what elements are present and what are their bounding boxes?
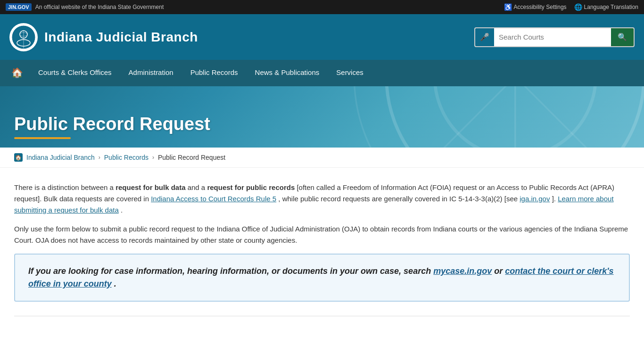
info-box-text: If you are looking for case information,…: [28, 265, 616, 290]
top-bar-right: ♿ Accessibility Settings 🌐 Language Tran…: [504, 3, 638, 11]
mic-icon: 🎤: [480, 33, 489, 41]
p1-text4: , while public record requests are gener…: [278, 195, 520, 203]
hero-banner: Public Record Request: [0, 86, 644, 148]
logo-svg: [11, 25, 36, 49]
iga-link[interactable]: iga.in.gov: [520, 195, 550, 203]
accessibility-label: Accessibility Settings: [514, 4, 567, 10]
accessibility-link[interactable]: ♿ Accessibility Settings: [504, 3, 567, 11]
p1-bold2: request for public records: [207, 183, 295, 191]
info-text2: or: [494, 266, 505, 276]
paragraph-1: There is a distinction between a request…: [14, 182, 630, 216]
nav-home[interactable]: 🏠: [5, 60, 30, 86]
p1-text2: and a: [188, 183, 207, 191]
breadcrumb-public-records-link[interactable]: Public Records: [104, 154, 149, 161]
search-icon: 🔍: [618, 33, 627, 41]
breadcrumb-sep-1: ›: [99, 154, 100, 161]
search-mic-button[interactable]: 🎤: [475, 28, 494, 46]
site-title: Indiana Judicial Branch: [44, 30, 198, 45]
breadcrumb-home-link[interactable]: Indiana Judicial Branch: [26, 154, 95, 161]
mycase-link[interactable]: mycase.in.gov: [433, 266, 492, 276]
top-bar-left: JIN.GOV An official website of the India…: [6, 3, 164, 11]
header: Indiana Judicial Branch 🎤 🔍: [0, 14, 644, 60]
search-input[interactable]: [494, 33, 611, 41]
title-underline: [14, 137, 71, 139]
search-button[interactable]: 🔍: [611, 28, 634, 46]
accessibility-icon: ♿: [504, 3, 512, 11]
p1-text1: There is a distinction between a: [14, 183, 116, 191]
official-text: An official website of the Indiana State…: [35, 4, 164, 10]
brand: Indiana Judicial Branch: [9, 23, 198, 51]
breadcrumb-sep-2: ›: [152, 154, 154, 161]
nav-news[interactable]: News & Publications: [247, 60, 328, 86]
page-title: Public Record Request: [14, 115, 210, 134]
language-icon: 🌐: [574, 3, 582, 11]
hero-content: Public Record Request: [0, 115, 210, 139]
top-bar: JIN.GOV An official website of the India…: [0, 0, 644, 14]
breadcrumb: 🏠 Indiana Judicial Branch › Public Recor…: [0, 148, 644, 168]
p1-text6: .: [121, 206, 123, 214]
p1-text5: ].: [552, 195, 558, 203]
search-bar: 🎤 🔍: [474, 27, 635, 47]
info-text1: If you are looking for case information,…: [28, 266, 433, 276]
language-label: Language Translation: [584, 4, 638, 10]
home-icon: 🏠: [11, 67, 23, 78]
jin-gov-logo: JIN.GOV: [6, 3, 32, 11]
info-box: If you are looking for case information,…: [14, 254, 630, 302]
breadcrumb-home-icon: 🏠: [14, 153, 23, 162]
main-content: There is a distinction between a request…: [0, 168, 644, 326]
nav-courts[interactable]: Courts & Clerks Offices: [30, 60, 120, 86]
nav-services[interactable]: Services: [328, 60, 372, 86]
p1-bold1: request for bulk data: [116, 183, 185, 191]
nav-administration[interactable]: Administration: [120, 60, 182, 86]
language-link[interactable]: 🌐 Language Translation: [574, 3, 638, 11]
main-nav: 🏠 Courts & Clerks Offices Administration…: [0, 60, 644, 86]
logo: [9, 23, 38, 51]
footer-divider: [14, 316, 630, 316]
court-records-link[interactable]: Indiana Access to Court Records Rule 5: [151, 195, 276, 203]
breadcrumb-current: Public Record Request: [158, 154, 225, 161]
nav-public-records[interactable]: Public Records: [182, 60, 247, 86]
info-text3: .: [114, 279, 116, 288]
paragraph-2: Only use the form below to submit a publ…: [14, 223, 630, 246]
